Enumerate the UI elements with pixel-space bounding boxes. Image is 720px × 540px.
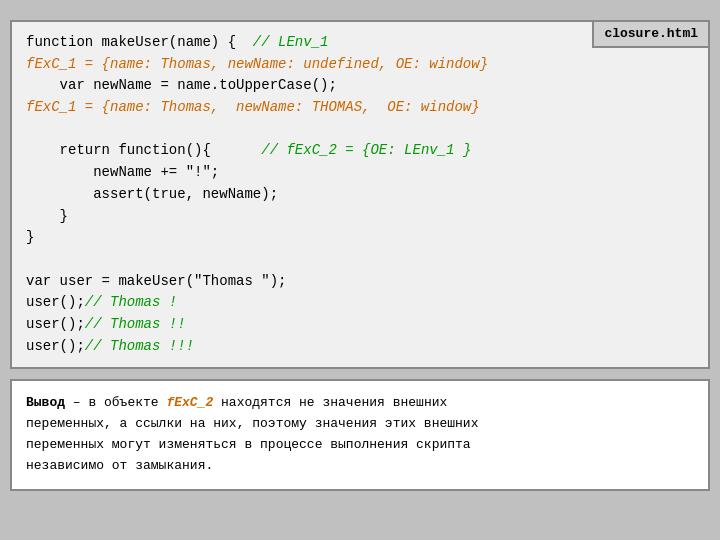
code-line: user();// Thomas !!!: [26, 336, 694, 358]
code-line: newName += "!";: [26, 162, 694, 184]
code-panel: closure.html function makeUser(name) { /…: [10, 20, 710, 369]
code-line: fExC_1 = {name: Thomas, newName: THOMAS,…: [26, 97, 694, 119]
info-text-1: – в объекте: [65, 395, 166, 410]
info-bold: Вывод: [26, 395, 65, 410]
code-line: return function(){ // fExC_2 = {OE: LEnv…: [26, 140, 694, 162]
filename-badge: closure.html: [592, 20, 710, 48]
code-line: }: [26, 206, 694, 228]
code-line: user();// Thomas !: [26, 292, 694, 314]
code-line: var newName = name.toUpperCase();: [26, 75, 694, 97]
code-line: assert(true, newName);: [26, 184, 694, 206]
code-line: }: [26, 227, 694, 249]
code-line: [26, 119, 694, 141]
code-line: user();// Thomas !!: [26, 314, 694, 336]
code-line: fExC_1 = {name: Thomas, newName: undefin…: [26, 54, 694, 76]
code-line: [26, 249, 694, 271]
info-fexc: fExC_2: [166, 395, 213, 410]
info-panel: Вывод – в объекте fExC_2 находятся не зн…: [10, 379, 710, 490]
code-line: var user = makeUser("Thomas ");: [26, 271, 694, 293]
